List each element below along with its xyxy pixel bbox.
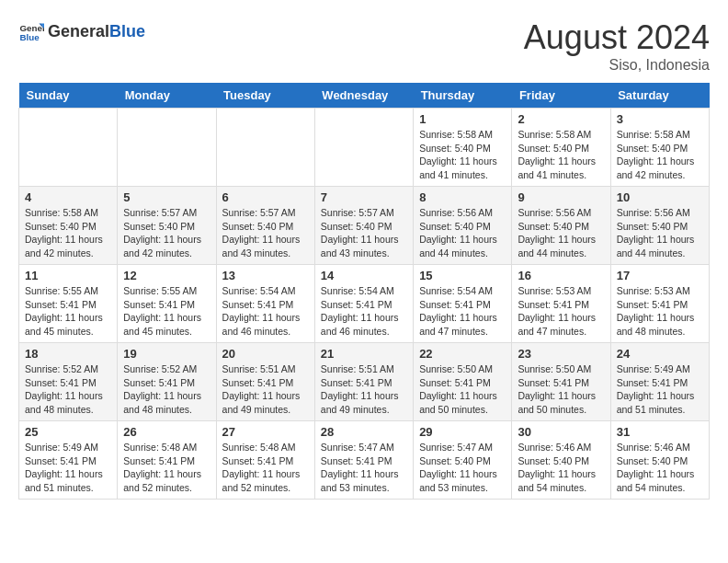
calendar-day	[19, 109, 118, 187]
calendar-day: 30Sunrise: 5:46 AM Sunset: 5:40 PM Dayli…	[512, 421, 610, 500]
day-number: 18	[25, 347, 111, 361]
day-info: Sunrise: 5:48 AM Sunset: 5:41 PM Dayligh…	[222, 441, 309, 495]
day-number: 16	[518, 269, 604, 282]
day-number: 5	[123, 190, 210, 204]
calendar-day: 15Sunrise: 5:54 AM Sunset: 5:41 PM Dayli…	[414, 265, 512, 343]
calendar-day: 26Sunrise: 5:48 AM Sunset: 5:41 PM Dayli…	[118, 421, 216, 500]
calendar-day: 10Sunrise: 5:56 AM Sunset: 5:40 PM Dayli…	[610, 187, 709, 265]
day-info: Sunrise: 5:56 AM Sunset: 5:40 PM Dayligh…	[419, 206, 506, 260]
month-year: August 2024	[524, 18, 710, 57]
calendar-day: 6Sunrise: 5:57 AM Sunset: 5:40 PM Daylig…	[216, 187, 314, 265]
logo: General Blue GeneralBlue	[18, 18, 145, 44]
day-info: Sunrise: 5:52 AM Sunset: 5:41 PM Dayligh…	[25, 362, 111, 417]
day-info: Sunrise: 5:50 AM Sunset: 5:41 PM Dayligh…	[419, 362, 506, 417]
day-info: Sunrise: 5:50 AM Sunset: 5:41 PM Dayligh…	[518, 362, 604, 417]
day-number: 15	[419, 269, 506, 282]
day-info: Sunrise: 5:46 AM Sunset: 5:40 PM Dayligh…	[518, 441, 604, 495]
calendar-day: 9Sunrise: 5:56 AM Sunset: 5:40 PM Daylig…	[512, 187, 610, 265]
day-number: 27	[222, 425, 309, 439]
calendar-day: 27Sunrise: 5:48 AM Sunset: 5:41 PM Dayli…	[216, 421, 314, 500]
day-info: Sunrise: 5:56 AM Sunset: 5:40 PM Dayligh…	[617, 206, 703, 260]
day-number: 20	[222, 347, 309, 361]
calendar-day: 1Sunrise: 5:58 AM Sunset: 5:40 PM Daylig…	[414, 109, 512, 187]
calendar-day: 20Sunrise: 5:51 AM Sunset: 5:41 PM Dayli…	[216, 343, 314, 421]
day-info: Sunrise: 5:51 AM Sunset: 5:41 PM Dayligh…	[321, 362, 407, 417]
day-number: 6	[222, 190, 309, 204]
day-info: Sunrise: 5:53 AM Sunset: 5:41 PM Dayligh…	[617, 284, 703, 339]
calendar-day: 7Sunrise: 5:57 AM Sunset: 5:40 PM Daylig…	[314, 187, 413, 265]
day-info: Sunrise: 5:54 AM Sunset: 5:41 PM Dayligh…	[419, 284, 506, 339]
day-number: 14	[321, 269, 407, 282]
calendar-week-row: 11Sunrise: 5:55 AM Sunset: 5:41 PM Dayli…	[19, 265, 710, 343]
day-info: Sunrise: 5:53 AM Sunset: 5:41 PM Dayligh…	[518, 284, 604, 339]
day-info: Sunrise: 5:54 AM Sunset: 5:41 PM Dayligh…	[321, 284, 407, 339]
day-info: Sunrise: 5:54 AM Sunset: 5:41 PM Dayligh…	[222, 284, 309, 339]
day-number: 13	[222, 269, 309, 282]
day-info: Sunrise: 5:49 AM Sunset: 5:41 PM Dayligh…	[25, 441, 111, 495]
calendar-day: 2Sunrise: 5:58 AM Sunset: 5:40 PM Daylig…	[512, 109, 610, 187]
calendar-day: 8Sunrise: 5:56 AM Sunset: 5:40 PM Daylig…	[414, 187, 512, 265]
logo-blue: Blue	[109, 22, 145, 41]
day-info: Sunrise: 5:49 AM Sunset: 5:41 PM Dayligh…	[617, 362, 703, 417]
day-number: 12	[123, 269, 210, 282]
day-number: 31	[617, 425, 703, 439]
calendar-table: SundayMondayTuesdayWednesdayThursdayFrid…	[18, 83, 710, 500]
day-info: Sunrise: 5:51 AM Sunset: 5:41 PM Dayligh…	[222, 362, 309, 417]
day-number: 1	[419, 112, 506, 126]
day-number: 3	[617, 112, 703, 126]
title-block: August 2024 Siso, Indonesia	[524, 18, 710, 74]
day-number: 19	[123, 347, 210, 361]
day-info: Sunrise: 5:47 AM Sunset: 5:41 PM Dayligh…	[321, 441, 407, 495]
day-info: Sunrise: 5:58 AM Sunset: 5:40 PM Dayligh…	[419, 128, 506, 182]
day-number: 28	[321, 425, 407, 439]
day-number: 4	[25, 190, 111, 204]
day-number: 7	[321, 190, 407, 204]
calendar-day: 19Sunrise: 5:52 AM Sunset: 5:41 PM Dayli…	[118, 343, 216, 421]
calendar-week-row: 1Sunrise: 5:58 AM Sunset: 5:40 PM Daylig…	[19, 109, 710, 187]
day-info: Sunrise: 5:57 AM Sunset: 5:40 PM Dayligh…	[222, 206, 309, 260]
day-info: Sunrise: 5:58 AM Sunset: 5:40 PM Dayligh…	[617, 128, 703, 182]
calendar-day: 29Sunrise: 5:47 AM Sunset: 5:40 PM Dayli…	[414, 421, 512, 500]
calendar-day: 31Sunrise: 5:46 AM Sunset: 5:40 PM Dayli…	[610, 421, 709, 500]
day-number: 9	[518, 190, 604, 204]
header-saturday: Saturday	[610, 83, 709, 109]
day-number: 25	[25, 425, 111, 439]
calendar-day: 4Sunrise: 5:58 AM Sunset: 5:40 PM Daylig…	[19, 187, 118, 265]
calendar-day: 22Sunrise: 5:50 AM Sunset: 5:41 PM Dayli…	[414, 343, 512, 421]
page-header: General Blue GeneralBlue August 2024 Sis…	[18, 18, 710, 74]
day-info: Sunrise: 5:57 AM Sunset: 5:40 PM Dayligh…	[321, 206, 407, 260]
calendar-day: 14Sunrise: 5:54 AM Sunset: 5:41 PM Dayli…	[314, 265, 413, 343]
day-info: Sunrise: 5:57 AM Sunset: 5:40 PM Dayligh…	[123, 206, 210, 260]
logo-general: General	[48, 22, 109, 41]
calendar-day: 12Sunrise: 5:55 AM Sunset: 5:41 PM Dayli…	[118, 265, 216, 343]
header-thursday: Thursday	[414, 83, 512, 109]
day-info: Sunrise: 5:56 AM Sunset: 5:40 PM Dayligh…	[518, 206, 604, 260]
day-number: 24	[617, 347, 703, 361]
calendar-day	[314, 109, 413, 187]
calendar-header-row: SundayMondayTuesdayWednesdayThursdayFrid…	[19, 83, 710, 109]
calendar-day: 3Sunrise: 5:58 AM Sunset: 5:40 PM Daylig…	[610, 109, 709, 187]
calendar-day: 17Sunrise: 5:53 AM Sunset: 5:41 PM Dayli…	[610, 265, 709, 343]
calendar-day: 18Sunrise: 5:52 AM Sunset: 5:41 PM Dayli…	[19, 343, 118, 421]
calendar-week-row: 4Sunrise: 5:58 AM Sunset: 5:40 PM Daylig…	[19, 187, 710, 265]
logo-icon: General Blue	[18, 18, 44, 44]
day-number: 23	[518, 347, 604, 361]
calendar-day: 28Sunrise: 5:47 AM Sunset: 5:41 PM Dayli…	[314, 421, 413, 500]
calendar-day: 24Sunrise: 5:49 AM Sunset: 5:41 PM Dayli…	[610, 343, 709, 421]
day-info: Sunrise: 5:58 AM Sunset: 5:40 PM Dayligh…	[25, 206, 111, 260]
calendar-day: 16Sunrise: 5:53 AM Sunset: 5:41 PM Dayli…	[512, 265, 610, 343]
day-info: Sunrise: 5:46 AM Sunset: 5:40 PM Dayligh…	[617, 441, 703, 495]
day-info: Sunrise: 5:48 AM Sunset: 5:41 PM Dayligh…	[123, 441, 210, 495]
day-info: Sunrise: 5:55 AM Sunset: 5:41 PM Dayligh…	[25, 284, 111, 339]
day-number: 22	[419, 347, 506, 361]
day-info: Sunrise: 5:58 AM Sunset: 5:40 PM Dayligh…	[518, 128, 604, 182]
day-info: Sunrise: 5:52 AM Sunset: 5:41 PM Dayligh…	[123, 362, 210, 417]
day-number: 2	[518, 112, 604, 126]
calendar-day: 5Sunrise: 5:57 AM Sunset: 5:40 PM Daylig…	[118, 187, 216, 265]
header-sunday: Sunday	[19, 83, 118, 109]
day-number: 8	[419, 190, 506, 204]
day-number: 10	[617, 190, 703, 204]
header-wednesday: Wednesday	[314, 83, 413, 109]
day-number: 11	[25, 269, 111, 282]
location: Siso, Indonesia	[524, 57, 710, 74]
